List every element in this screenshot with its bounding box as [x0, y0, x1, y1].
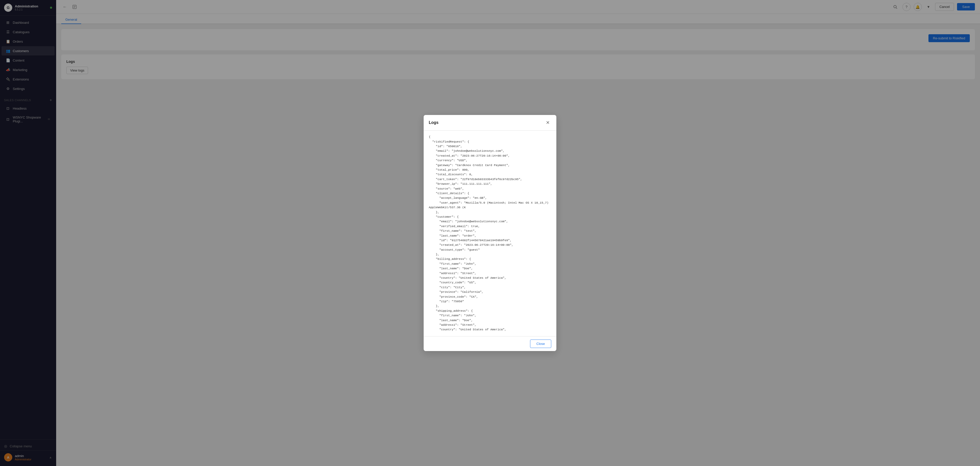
- modal-close-footer-button[interactable]: Close: [530, 340, 551, 348]
- modal-overlay: Logs ✕ { "riskifiedRequest": { "id": "65…: [0, 0, 980, 466]
- modal-footer: Close: [424, 336, 556, 351]
- logs-modal: Logs ✕ { "riskifiedRequest": { "id": "65…: [424, 115, 556, 351]
- modal-body: { "riskifiedRequest": { "id": "650016", …: [424, 131, 556, 336]
- modal-title: Logs: [429, 120, 438, 125]
- logs-content: { "riskifiedRequest": { "id": "650016", …: [429, 135, 551, 332]
- modal-close-button[interactable]: ✕: [544, 119, 551, 126]
- modal-header: Logs ✕: [424, 115, 556, 131]
